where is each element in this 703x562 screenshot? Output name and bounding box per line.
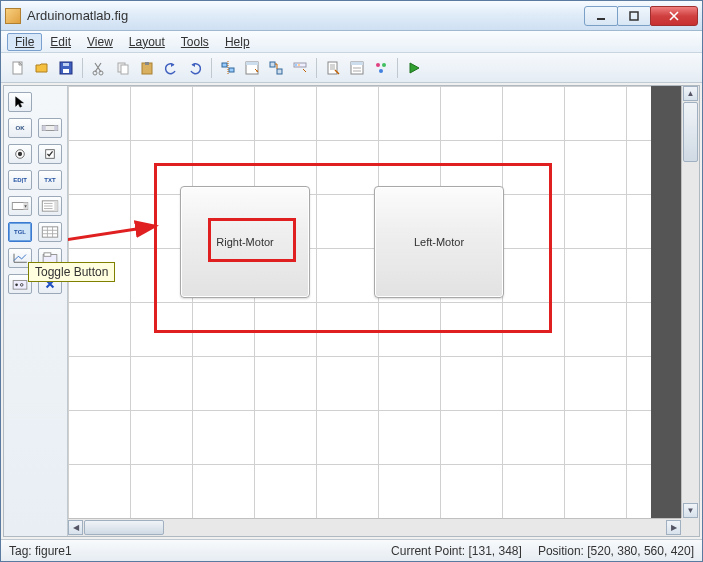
status-cp-label: Current Point: — [391, 544, 468, 558]
svg-rect-16 — [270, 62, 275, 67]
svg-point-25 — [382, 63, 386, 67]
toolbar-separator — [82, 58, 83, 78]
svg-rect-17 — [277, 69, 282, 74]
status-pos-label: Position: — [538, 544, 587, 558]
svg-rect-4 — [63, 69, 69, 73]
status-tag-value: figure1 — [35, 544, 72, 558]
menu-help[interactable]: Help — [217, 33, 258, 51]
right-motor-button[interactable]: Right-Motor — [180, 186, 310, 298]
scroll-up-arrow-icon[interactable]: ▲ — [683, 86, 698, 101]
undo-button[interactable] — [160, 57, 182, 79]
window-controls — [585, 6, 698, 26]
svg-rect-29 — [54, 125, 57, 130]
app-window: Arduinomatlab.fig File Edit View Layout … — [0, 0, 703, 562]
tooltip: Toggle Button — [28, 262, 115, 282]
status-tag: Tag: figure1 — [9, 544, 72, 558]
menu-layout[interactable]: Layout — [121, 33, 173, 51]
menu-tools[interactable]: Tools — [173, 33, 217, 51]
menu-bar: File Edit View Layout Tools Help — [1, 31, 702, 53]
main-area: OK ED|T TXT TGL — [3, 85, 700, 537]
pushbutton-tool[interactable]: OK — [8, 118, 32, 138]
horizontal-scrollbar[interactable]: ◀ ▶ — [68, 518, 681, 536]
run-button[interactable] — [403, 57, 425, 79]
svg-line-43 — [68, 226, 156, 244]
togglebutton-tool[interactable]: TGL — [8, 222, 32, 242]
left-motor-label: Left-Motor — [414, 236, 464, 248]
svg-point-41 — [15, 284, 18, 287]
statictext-tool[interactable]: TXT — [38, 170, 62, 190]
maximize-button[interactable] — [617, 6, 651, 26]
svg-rect-21 — [328, 62, 337, 74]
redo-button[interactable] — [184, 57, 206, 79]
hscroll-thumb[interactable] — [84, 520, 164, 535]
align-button[interactable] — [217, 57, 239, 79]
table-tool[interactable] — [38, 222, 62, 242]
svg-rect-0 — [597, 18, 605, 20]
svg-point-31 — [18, 152, 22, 156]
paste-button[interactable] — [136, 57, 158, 79]
svg-rect-13 — [229, 68, 234, 72]
editor-button[interactable] — [322, 57, 344, 79]
object-browser-button[interactable] — [370, 57, 392, 79]
listbox-tool[interactable] — [38, 196, 62, 216]
status-bar: Tag: figure1 Current Point: [131, 348] P… — [1, 539, 702, 561]
scroll-down-arrow-icon[interactable]: ▼ — [683, 503, 698, 518]
menu-editor-button[interactable] — [241, 57, 263, 79]
svg-rect-1 — [630, 12, 638, 20]
status-pos-value: [520, 380, 560, 420] — [587, 544, 694, 558]
svg-point-26 — [379, 69, 383, 73]
edittext-tool[interactable]: ED|T — [8, 170, 32, 190]
left-motor-button[interactable]: Left-Motor — [374, 186, 504, 298]
close-button[interactable] — [650, 6, 698, 26]
svg-point-24 — [376, 63, 380, 67]
toolbar — [1, 53, 702, 83]
design-canvas[interactable]: Right-Motor Left-Motor — [68, 86, 681, 518]
menu-view[interactable]: View — [79, 33, 121, 51]
svg-rect-36 — [54, 201, 57, 211]
svg-rect-9 — [121, 65, 128, 74]
open-file-button[interactable] — [31, 57, 53, 79]
select-tool[interactable] — [8, 92, 32, 112]
scroll-left-arrow-icon[interactable]: ◀ — [68, 520, 83, 535]
right-motor-label: Right-Motor — [216, 236, 273, 248]
component-palette: OK ED|T TXT TGL — [4, 86, 68, 536]
app-icon — [5, 8, 21, 24]
popupmenu-tool[interactable] — [8, 196, 32, 216]
svg-rect-39 — [44, 253, 51, 256]
save-file-button[interactable] — [55, 57, 77, 79]
svg-rect-19 — [295, 64, 297, 66]
menu-file[interactable]: File — [7, 33, 42, 51]
svg-rect-20 — [298, 64, 300, 66]
vertical-scrollbar[interactable]: ▲ ▼ — [681, 86, 699, 518]
annotation-arrow — [68, 216, 178, 256]
minimize-button[interactable] — [584, 6, 618, 26]
tab-order-button[interactable] — [265, 57, 287, 79]
title-bar: Arduinomatlab.fig — [1, 1, 702, 31]
vscroll-thumb[interactable] — [683, 102, 698, 162]
radiobutton-tool[interactable] — [8, 144, 32, 164]
property-inspector-button[interactable] — [346, 57, 368, 79]
svg-rect-12 — [222, 63, 227, 67]
scroll-right-arrow-icon[interactable]: ▶ — [666, 520, 681, 535]
copy-button[interactable] — [112, 57, 134, 79]
svg-rect-37 — [42, 227, 57, 237]
toolbar-separator — [316, 58, 317, 78]
status-cp-value: [131, 348] — [468, 544, 521, 558]
toolbar-editor-button[interactable] — [289, 57, 311, 79]
canvas-unused-area — [651, 86, 681, 518]
status-position: Position: [520, 380, 560, 420] — [538, 544, 694, 558]
cut-button[interactable] — [88, 57, 110, 79]
toolbar-separator — [397, 58, 398, 78]
new-file-button[interactable] — [7, 57, 29, 79]
status-tag-label: Tag: — [9, 544, 35, 558]
canvas-area: Right-Motor Left-Motor ▲ ▼ — [68, 86, 699, 536]
menu-edit[interactable]: Edit — [42, 33, 79, 51]
slider-tool[interactable] — [38, 118, 62, 138]
svg-rect-11 — [145, 62, 149, 65]
svg-rect-5 — [63, 63, 69, 66]
window-title: Arduinomatlab.fig — [27, 8, 585, 23]
toolbar-separator — [211, 58, 212, 78]
svg-rect-28 — [42, 125, 45, 130]
svg-rect-15 — [246, 62, 258, 65]
checkbox-tool[interactable] — [38, 144, 62, 164]
